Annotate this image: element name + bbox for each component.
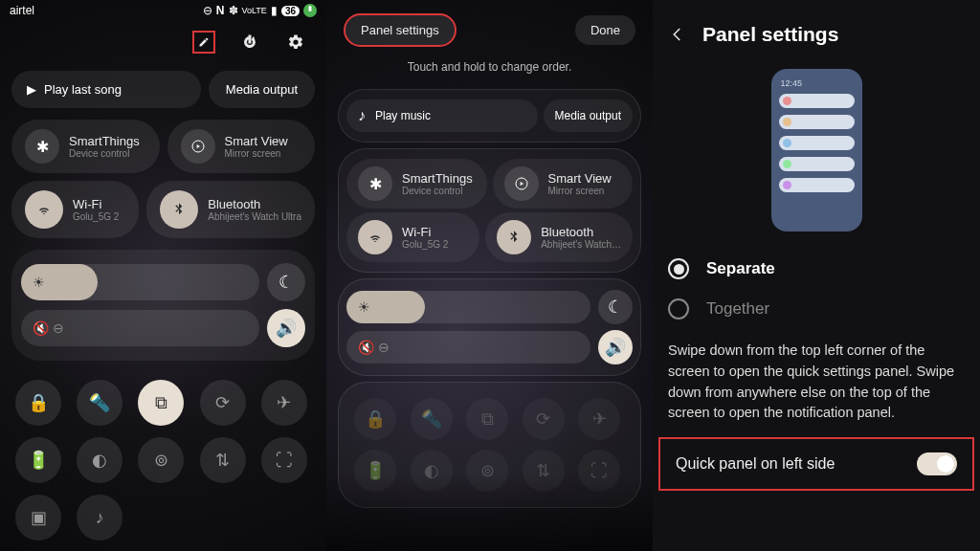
play-icon: ▶ — [27, 82, 36, 97]
tile-eyecomfort[interactable]: ◐ — [77, 437, 122, 483]
media-output-label-edit: Media output — [555, 109, 621, 122]
media-output-tile-edit[interactable]: Media output — [544, 99, 633, 132]
wifi-sub: Golu_5G 2 — [73, 211, 119, 222]
tile-multiwindow[interactable]: ⧉ — [138, 380, 184, 426]
sound-toggle[interactable]: 🔊 — [267, 309, 305, 347]
st-sub-edit: Device control — [402, 186, 473, 196]
bluetooth-icon — [160, 190, 198, 229]
bluetooth-tile-edit[interactable]: Bluetooth Abhijeet's Watch… — [485, 212, 633, 262]
wifi-tile-edit[interactable]: Wi-Fi Golu_5G 2 — [346, 212, 479, 262]
tile-flashlight[interactable]: 🔦 — [77, 380, 122, 426]
nfc-icon: N — [216, 4, 225, 17]
option-separate[interactable]: Separate — [653, 249, 980, 289]
edit-tile-multiwindow[interactable]: ⧉ — [466, 398, 508, 440]
smartview-icon — [181, 129, 215, 164]
smartthings-tile-edit[interactable]: ✱ SmartThings Device control — [346, 159, 487, 209]
dark-mode-toggle[interactable]: ☾ — [267, 263, 305, 301]
preview-row — [779, 115, 855, 129]
edit-tile-eyecomfort[interactable]: ◐ — [411, 450, 453, 492]
quick-panel-left-toggle-row[interactable]: Quick panel on left side — [658, 437, 974, 491]
edit-tile-battery[interactable]: 🔋 — [354, 450, 396, 492]
mute-icon-edit: 🔇 ⊖ — [358, 340, 390, 355]
sound-toggle-edit[interactable]: 🔊 — [598, 330, 633, 364]
tile-rotate[interactable]: ⟳ — [200, 380, 246, 426]
smartthings-tile[interactable]: ✱ SmartThings Device control — [11, 120, 160, 173]
tile-qr[interactable]: ⛶ — [261, 437, 307, 483]
sv-sub-edit: Mirror screen — [548, 186, 612, 196]
preview-row — [779, 157, 855, 171]
smartthings-sub: Device control — [69, 148, 140, 159]
option-description: Swipe down from the top left corner of t… — [653, 329, 980, 435]
wifi-tile[interactable]: Wi-Fi Golu_5G 2 — [11, 181, 139, 238]
bluetooth-status-icon: ✽ — [229, 4, 238, 17]
smartview-tile-edit[interactable]: Smart View Mirror screen — [493, 159, 634, 209]
slider-group: ☀ ☾ 🔇 ⊖ 🔊 — [11, 250, 315, 361]
bt-title-edit: Bluetooth — [541, 225, 621, 239]
quick-settings-toolbar — [0, 21, 326, 63]
quick-panel-left-toggle[interactable] — [917, 452, 957, 475]
radio-separate — [668, 258, 689, 279]
edit-tile-airplane[interactable]: ✈ — [578, 398, 620, 440]
bluetooth-tile[interactable]: Bluetooth Abhijeet's Watch Ultra — [146, 181, 315, 238]
smartview-title: Smart View — [225, 134, 288, 148]
brightness-slider-edit[interactable]: ☀ — [346, 291, 590, 323]
panel-settings-button[interactable]: Panel settings — [344, 13, 457, 47]
tile-hotspot[interactable]: ⊚ — [138, 437, 184, 483]
volume-slider[interactable]: 🔇 ⊖ — [21, 310, 259, 346]
preview-row — [779, 94, 855, 108]
edit-icon[interactable] — [192, 31, 215, 54]
moon-icon: ☾ — [278, 272, 294, 293]
quick-panel-left-label: Quick panel on left side — [676, 455, 835, 473]
bt-sub-edit: Abhijeet's Watch… — [541, 239, 621, 250]
brightness-slider[interactable]: ☀ — [21, 264, 259, 300]
page-title: Panel settings — [702, 23, 838, 46]
brightness-icon: ☀ — [33, 275, 45, 290]
edit-tile-hotspot[interactable]: ⊚ — [466, 450, 508, 492]
done-button[interactable]: Done — [575, 15, 635, 45]
speaker-icon-edit: 🔊 — [605, 337, 626, 358]
volume-slider-edit[interactable]: 🔇 ⊖ — [346, 331, 590, 364]
tile-cast[interactable]: ▣ — [15, 495, 61, 540]
edit-tile-qr[interactable]: ⛶ — [578, 450, 620, 492]
bluetooth-sub: Abhijeet's Watch Ultra — [208, 211, 301, 222]
quick-tiles-grid: 🔒 🔦 ⧉ ⟳ ✈ 🔋 ◐ ⊚ ⇅ ⛶ ▣ ♪ — [0, 368, 326, 551]
tile-airplane[interactable]: ✈ — [261, 380, 307, 426]
grid-group-edit: 🔒 🔦 ⧉ ⟳ ✈ 🔋 ◐ ⊚ ⇅ ⛶ — [338, 382, 641, 508]
mic-active-icon — [303, 4, 317, 17]
carrier-label: airtel — [10, 4, 34, 17]
play-last-label: Play last song — [44, 82, 122, 97]
edit-tile-lock[interactable]: 🔒 — [354, 398, 396, 440]
tile-battery[interactable]: 🔋 — [15, 437, 61, 483]
tile-data[interactable]: ⇅ — [200, 437, 246, 483]
option-together[interactable]: Together — [653, 289, 980, 329]
st-title-edit: SmartThings — [402, 171, 473, 186]
settings-icon[interactable] — [284, 31, 307, 54]
edit-tile-flashlight[interactable]: 🔦 — [411, 398, 453, 440]
tile-sound[interactable]: ♪ — [77, 495, 122, 540]
panel-edit-mode: Panel settings Done Touch and hold to ch… — [326, 0, 653, 551]
play-last-song-tile[interactable]: ▶ Play last song — [11, 71, 201, 108]
together-label: Together — [706, 299, 769, 319]
sv-title-edit: Smart View — [548, 171, 612, 186]
slider-group-edit: ☀ ☾ 🔇 ⊖ 🔊 — [338, 278, 641, 376]
edit-tile-rotate[interactable]: ⟳ — [523, 398, 565, 440]
media-group: ♪ Play music Media output — [338, 89, 641, 143]
edit-tile-data[interactable]: ⇅ — [523, 450, 565, 492]
mute-icon: 🔇 ⊖ — [33, 320, 64, 336]
back-icon[interactable] — [666, 23, 689, 46]
play-music-tile[interactable]: ♪ Play music — [346, 99, 538, 132]
power-icon[interactable] — [238, 31, 261, 54]
tile-lock[interactable]: 🔒 — [15, 380, 61, 426]
signal-icon: ▮ — [271, 4, 278, 17]
media-output-label: Media output — [226, 82, 298, 97]
smartview-icon-edit — [504, 166, 539, 201]
smartthings-icon-edit: ✱ — [358, 166, 392, 201]
preview-row — [779, 136, 855, 150]
smartview-tile[interactable]: Smart View Mirror screen — [167, 120, 316, 173]
media-output-tile[interactable]: Media output — [209, 71, 315, 108]
dark-toggle-edit[interactable]: ☾ — [598, 290, 633, 324]
wifi-sub-edit: Golu_5G 2 — [402, 239, 448, 250]
done-label: Done — [590, 23, 620, 37]
wifi-title-edit: Wi-Fi — [402, 225, 448, 239]
device-group: ✱ SmartThings Device control Smart View … — [338, 148, 641, 273]
